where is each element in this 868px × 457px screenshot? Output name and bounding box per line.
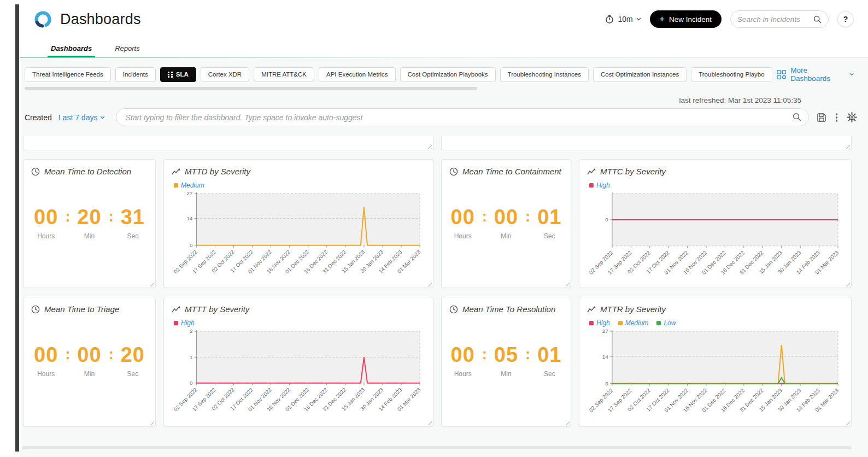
incident-search-input[interactable] xyxy=(737,15,813,24)
svg-text:14: 14 xyxy=(602,354,609,360)
nav-tabs: Dashboards Reports xyxy=(20,38,868,58)
chart-plot: 01202 Sep 202217 Sep 202202 Oct 202217 O… xyxy=(172,328,425,417)
save-dashboard-button[interactable] xyxy=(816,112,828,124)
time-value: 00Hours : 00Min : 01Sec xyxy=(449,207,563,240)
hours-value: 00 xyxy=(32,344,60,365)
dashboard-tab-sla[interactable]: SLA xyxy=(160,67,196,82)
legend-label: High xyxy=(596,181,610,189)
legend-medium[interactable]: Medium xyxy=(174,181,204,189)
dashboard-tab-troubleshooting-playbooks[interactable]: Troubleshooting Playbo xyxy=(691,67,772,82)
legend-high[interactable]: High xyxy=(174,319,195,327)
tab-reports[interactable]: Reports xyxy=(114,39,141,57)
dashboard-tab-threat-intel[interactable]: Threat Intelligence Feeds xyxy=(25,67,111,82)
partial-widget xyxy=(23,136,433,150)
chevron-down-icon xyxy=(849,73,854,76)
time-separator: : xyxy=(65,347,70,362)
svg-text:2: 2 xyxy=(190,328,192,334)
time-separator: : xyxy=(482,209,487,224)
time-separator: : xyxy=(525,209,530,224)
header: Dashboards 10m + New Incident xyxy=(20,0,868,38)
tab-bar-scrollbar[interactable] xyxy=(25,87,477,90)
widget-title: Mean Time To Resolution xyxy=(462,304,555,314)
legend-medium[interactable]: Medium xyxy=(618,319,649,327)
widget-title: Mean Time to Containment xyxy=(462,167,561,176)
more-options-button[interactable] xyxy=(834,112,839,124)
refresh-interval-value: 10m xyxy=(618,15,632,24)
widget-mean-time-to-containment: Mean Time to Containment 00Hours : 00Min… xyxy=(441,159,571,288)
incident-search xyxy=(730,10,829,28)
tab-dashboards[interactable]: Dashboards xyxy=(50,39,93,57)
widget-mttr-by-severity: MTTR by Severity HighMediumLow 0142702 S… xyxy=(579,297,852,427)
dashboard-tab-cortex-xdr[interactable]: Cortex XDR xyxy=(201,67,249,82)
chevron-down-icon xyxy=(636,17,641,21)
seconds-value: 20 xyxy=(119,344,147,365)
timer-icon xyxy=(605,14,614,24)
dashboard-tab-api-metrics[interactable]: API Execution Metrics xyxy=(319,67,395,82)
svg-text:27: 27 xyxy=(602,328,609,334)
widget-title: MTTC by Severity xyxy=(600,167,666,176)
dashboard-tab-incidents[interactable]: Incidents xyxy=(115,67,156,82)
clock-icon xyxy=(449,305,458,314)
save-icon xyxy=(817,113,826,122)
seconds-value: 01 xyxy=(535,344,564,365)
hours-label: Hours xyxy=(449,232,477,240)
help-label: ? xyxy=(843,15,848,24)
help-button[interactable]: ? xyxy=(837,11,854,27)
new-incident-button[interactable]: + New Incident xyxy=(650,10,722,28)
hours-label: Hours xyxy=(32,232,60,240)
dashboard-tab-troubleshooting-instances[interactable]: Troubleshooting Instances xyxy=(500,67,589,82)
hours-label: Hours xyxy=(449,370,477,378)
seconds-value: 31 xyxy=(119,207,147,227)
auto-refresh-dropdown[interactable]: 10m xyxy=(605,14,641,24)
chevron-down-icon xyxy=(100,116,105,119)
widget-title: MTTT by Severity xyxy=(185,304,249,314)
widget-title: MTTD by Severity xyxy=(185,167,250,176)
svg-text:0: 0 xyxy=(190,242,193,248)
clock-icon xyxy=(31,305,40,314)
horizontal-scrollbar[interactable] xyxy=(22,446,852,449)
minutes-label: Min xyxy=(492,232,520,240)
hours-value: 00 xyxy=(449,344,477,365)
widget-title: Mean Time to Detection xyxy=(44,167,131,176)
dashboard-tab-bar: Threat Intelligence Feeds Incidents SLA … xyxy=(20,58,868,83)
svg-text:27: 27 xyxy=(187,190,193,196)
header-actions: 10m + New Incident ? xyxy=(605,10,854,28)
settings-button[interactable] xyxy=(846,111,858,124)
svg-text:14: 14 xyxy=(187,215,193,221)
dashboard-filter-input[interactable] xyxy=(116,108,809,126)
legend-label: High xyxy=(596,319,610,327)
legend-high[interactable]: High xyxy=(589,181,610,189)
widget-mttt-by-severity: MTTT by Severity High 01202 Sep 202217 S… xyxy=(163,297,433,427)
legend-low[interactable]: Low xyxy=(656,319,676,327)
legend-label: Low xyxy=(664,319,676,327)
gear-icon xyxy=(847,112,857,122)
widget-title: Mean Time to Triage xyxy=(44,304,119,314)
legend-label: Medium xyxy=(181,181,204,189)
minutes-value: 00 xyxy=(75,344,104,365)
created-range-dropdown[interactable]: Last 7 days xyxy=(58,113,105,122)
legend-high[interactable]: High xyxy=(589,319,610,327)
kebab-menu-icon xyxy=(835,113,838,122)
chart-legend: Medium xyxy=(174,181,425,189)
time-value: 00Hours : 05Min : 01Sec xyxy=(449,344,563,378)
hours-value: 00 xyxy=(32,207,60,227)
chart-plot: 002 Sep 202217 Sep 202202 Oct 202217 Oct… xyxy=(587,190,843,280)
dashboard-tab-cost-instances[interactable]: Cost Optimization Instances xyxy=(593,67,687,82)
page-title: Dashboards xyxy=(60,11,141,28)
time-separator: : xyxy=(525,347,530,362)
widget-mttc-by-severity: MTTC by Severity High 002 Sep 202217 Sep… xyxy=(579,159,852,288)
search-icon[interactable] xyxy=(793,113,801,121)
minutes-label: Min xyxy=(75,232,104,240)
legend-swatch xyxy=(174,183,178,188)
more-dashboards-button[interactable]: More Dashboards xyxy=(777,66,854,83)
hours-value: 00 xyxy=(449,207,477,227)
new-incident-label: New Incident xyxy=(669,15,712,24)
dashboard-tab-mitre[interactable]: MITRE ATT&CK xyxy=(254,67,314,82)
widget-mean-time-to-triage: Mean Time to Triage 00Hours : 00Min : 20… xyxy=(23,297,156,427)
created-label: Created xyxy=(25,113,52,122)
legend-swatch xyxy=(618,321,623,325)
search-icon[interactable] xyxy=(813,15,822,24)
dashboard-tab-cost-playbooks[interactable]: Cost Optimization Playbooks xyxy=(400,67,496,82)
partial-widget xyxy=(441,136,852,150)
line-chart-icon xyxy=(587,306,596,313)
